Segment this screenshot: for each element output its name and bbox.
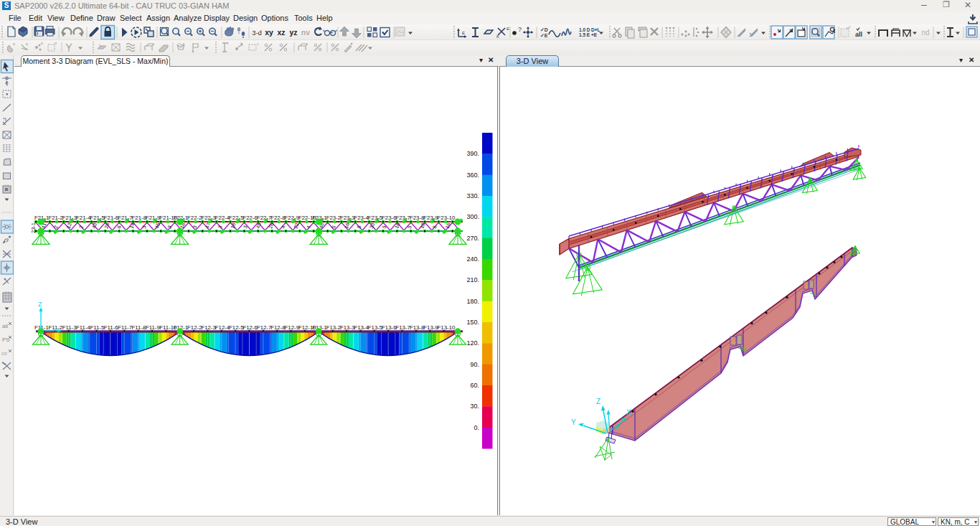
svg-text:6: 6: [116, 225, 122, 229]
svg-text:F13-9: F13-9: [423, 324, 438, 331]
svg-text:2: 2: [78, 225, 84, 229]
svg-text:D+L: D+L: [591, 27, 600, 32]
svg-text:3-d: 3-d: [252, 29, 262, 37]
svg-text:✓D: ✓D: [540, 27, 548, 32]
svg-text:Z: Z: [596, 398, 600, 405]
svg-text:F23-4: F23-4: [354, 215, 369, 221]
svg-text:E: E: [462, 31, 465, 35]
svg-text:F12-8: F12-8: [270, 324, 285, 331]
svg-text:F22-7: F22-7: [257, 215, 271, 221]
svg-text:✓E: ✓E: [540, 33, 548, 38]
svg-text:30.: 30.: [470, 403, 479, 410]
svg-text:Y: Y: [571, 418, 576, 426]
svg-text:0.: 0.: [473, 424, 479, 431]
svg-text:X: X: [626, 408, 631, 416]
svg-text:45: 45: [255, 222, 262, 230]
svg-text:23-1: 23-1: [30, 222, 37, 233]
svg-text:150.: 150.: [466, 319, 479, 326]
svg-text:F11-8: F11-8: [132, 324, 146, 331]
svg-text:26: 26: [268, 222, 274, 230]
svg-text:F21-2: F21-2: [48, 215, 62, 221]
svg-text:16: 16: [445, 222, 451, 230]
svg-text:yz: yz: [289, 28, 297, 37]
svg-text:nd: nd: [921, 29, 929, 37]
svg-text:2: 2: [53, 225, 59, 229]
svg-text:F11-3: F11-3: [62, 324, 77, 331]
svg-text:F22-4: F22-4: [215, 215, 230, 221]
svg-text:300.: 300.: [466, 213, 479, 220]
svg-text:F13-6: F13-6: [382, 324, 396, 331]
svg-text:90.: 90.: [470, 361, 479, 368]
svg-text:5: 5: [407, 225, 413, 229]
svg-text:F23-3: F23-3: [340, 215, 354, 221]
svg-text:nv: nv: [301, 28, 310, 37]
svg-text:F11-7: F11-7: [118, 324, 132, 331]
svg-text:F21-5: F21-5: [90, 215, 105, 221]
svg-text:F22-6: F22-6: [243, 215, 258, 221]
svg-text:all: all: [2, 323, 8, 329]
svg-text:1.0 D: 1.0 D: [579, 27, 590, 32]
svg-text:F11-6: F11-6: [104, 324, 118, 331]
svg-text:?: ?: [518, 26, 522, 33]
svg-text:180.: 180.: [466, 298, 479, 305]
svg-text:F21-9: F21-9: [146, 215, 160, 221]
svg-text:F12-9: F12-9: [285, 324, 299, 331]
svg-text:clr: clr: [1, 350, 8, 357]
svg-text:F23-9: F23-9: [423, 215, 438, 221]
svg-text:F21-8: F21-8: [132, 215, 146, 221]
svg-text:F23-2: F23-2: [326, 215, 341, 221]
svg-text:E: E: [507, 27, 509, 31]
svg-text:F13-2: F13-2: [326, 324, 341, 331]
svg-text:all: all: [855, 31, 862, 38]
svg-text:F13-7: F13-7: [396, 324, 410, 331]
svg-text:F12-2: F12-2: [187, 324, 202, 331]
svg-text:Z: Z: [38, 301, 42, 308]
svg-text:F13-3: F13-3: [340, 324, 354, 331]
svg-text:3: 3: [192, 225, 198, 229]
svg-text:F23-7: F23-7: [396, 215, 410, 221]
svg-text:F11-2: F11-2: [48, 324, 62, 331]
svg-text:F22-9: F22-9: [285, 215, 299, 221]
svg-text:360.: 360.: [466, 172, 479, 179]
svg-text:F22-8: F22-8: [270, 215, 285, 221]
svg-text:K: K: [496, 34, 499, 39]
svg-text:F22-3: F22-3: [201, 215, 215, 221]
svg-text:F12-6: F12-6: [243, 324, 258, 331]
svg-text:270.: 270.: [466, 235, 479, 242]
svg-text:F13-5: F13-5: [368, 324, 383, 331]
svg-text:F21-4: F21-4: [76, 215, 91, 221]
svg-text:F21-6: F21-6: [104, 215, 118, 221]
svg-text:F13-10: F13-10: [438, 324, 456, 331]
svg-text:PS: PS: [2, 337, 10, 343]
svg-text:240.: 240.: [466, 255, 479, 263]
svg-text:F12-4: F12-4: [215, 324, 230, 331]
svg-text:5: 5: [331, 225, 336, 229]
svg-text:xy: xy: [265, 28, 273, 37]
svg-text:F13-8: F13-8: [410, 324, 424, 331]
svg-text:390.: 390.: [466, 150, 479, 157]
svg-text:F21-7: F21-7: [118, 215, 132, 221]
svg-text:16: 16: [394, 222, 400, 230]
svg-text:26: 26: [103, 222, 110, 230]
svg-text:14: 14: [129, 222, 136, 230]
svg-text:330.: 330.: [466, 192, 479, 199]
svg-text:F11-4: F11-4: [76, 324, 90, 331]
svg-text:3: 3: [217, 225, 223, 229]
svg-text:+E: +E: [591, 32, 598, 37]
svg-text:F13-4: F13-4: [354, 324, 369, 331]
svg-text:xz: xz: [277, 28, 285, 37]
svg-text:F21-3: F21-3: [62, 215, 77, 221]
svg-text:F11-9: F11-9: [146, 324, 160, 331]
svg-text:F23-10: F23-10: [438, 215, 456, 221]
svg-text:F23-6: F23-6: [382, 215, 396, 221]
svg-text:F23-8: F23-8: [410, 215, 424, 221]
svg-text:1.5 E: 1.5 E: [579, 32, 590, 37]
svg-text:F22-5: F22-5: [229, 215, 244, 221]
svg-text:120.: 120.: [466, 339, 479, 347]
svg-text:F12-5: F12-5: [229, 324, 244, 331]
svg-text:210.: 210.: [466, 276, 479, 283]
svg-text:F22-2: F22-2: [187, 215, 202, 221]
svg-text:F12-7: F12-7: [257, 324, 271, 331]
svg-text:F12-3: F12-3: [201, 324, 215, 331]
svg-text:5: 5: [356, 225, 362, 229]
